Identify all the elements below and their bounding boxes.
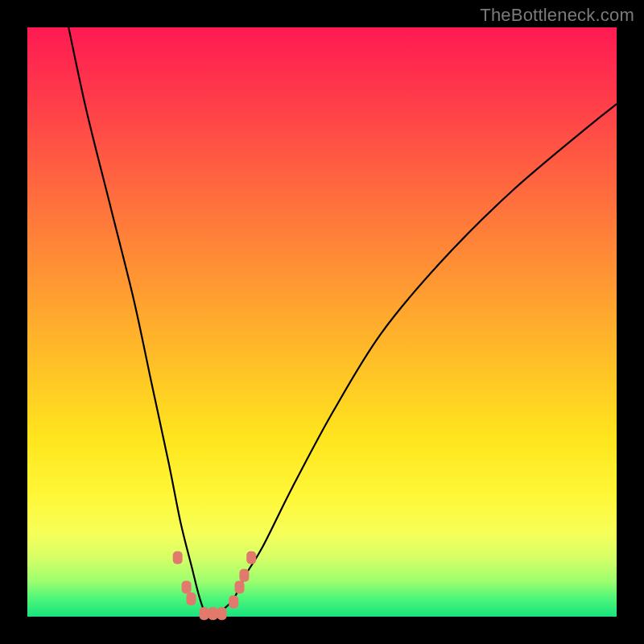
plot-area bbox=[27, 27, 617, 617]
curve-marker bbox=[229, 596, 238, 609]
curve-marker bbox=[200, 607, 209, 620]
curve-marker bbox=[246, 551, 256, 564]
curve-marker bbox=[208, 607, 218, 620]
curve-svg bbox=[27, 27, 617, 617]
curve-marker bbox=[182, 580, 192, 593]
watermark-text: TheBottleneck.com bbox=[480, 5, 634, 26]
curve-marker bbox=[235, 580, 245, 593]
curve-marker bbox=[239, 569, 249, 582]
curve-marker bbox=[217, 607, 227, 620]
curve-marker bbox=[173, 551, 183, 564]
curve-marker bbox=[187, 592, 196, 605]
curve-markers bbox=[173, 551, 257, 621]
chart-frame: TheBottleneck.com bbox=[0, 0, 644, 644]
bottleneck-curve bbox=[68, 27, 617, 617]
